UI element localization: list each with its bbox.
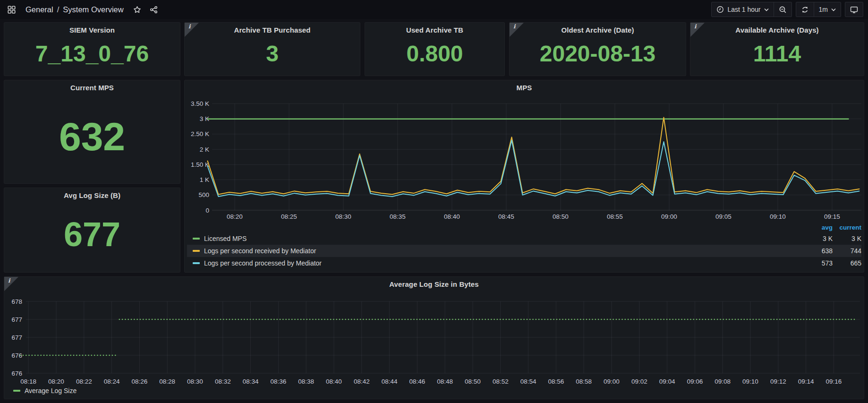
svg-text:09:05: 09:05 <box>715 213 732 220</box>
svg-text:08:50: 08:50 <box>553 213 569 220</box>
panel-avg-log-size: Avg Log Size (B) 677 <box>4 188 180 273</box>
svg-text:09:15: 09:15 <box>824 213 840 220</box>
series-current-value: 665 <box>833 259 861 267</box>
time-controls-group: Last 1 hour <box>711 2 791 17</box>
svg-text:08:20: 08:20 <box>48 378 64 385</box>
panel-title[interactable]: Used Archive TB <box>365 26 504 34</box>
legend-column-current[interactable]: current <box>833 224 861 231</box>
svg-text:08:26: 08:26 <box>132 378 148 385</box>
svg-text:08:30: 08:30 <box>187 378 203 385</box>
svg-text:677: 677 <box>11 334 22 341</box>
svg-text:08:18: 08:18 <box>20 378 36 385</box>
star-icon <box>133 6 141 14</box>
panel-average-log-size-chart: Average Log Size in Bytes 67867767767667… <box>4 276 864 399</box>
legend-column-avg[interactable]: avg <box>800 224 833 231</box>
svg-text:08:35: 08:35 <box>390 213 406 220</box>
stat-value: 1114 <box>690 35 864 73</box>
svg-text:676: 676 <box>11 370 22 377</box>
chevron-down-icon <box>831 8 836 11</box>
svg-text:08:42: 08:42 <box>354 378 370 385</box>
panel-oldest-archive-date: Oldest Archive (Date) 2020-08-13 <box>509 22 686 76</box>
svg-text:09:08: 09:08 <box>715 378 731 385</box>
breadcrumb-folder[interactable]: General <box>26 5 53 14</box>
refresh-button[interactable] <box>796 2 814 17</box>
refresh-icon <box>801 6 809 14</box>
topbar-left: General / System Overview <box>5 4 161 16</box>
series-label[interactable]: Average Log Size <box>25 387 77 394</box>
svg-text:3.50 K: 3.50 K <box>191 100 209 107</box>
series-line <box>208 140 859 197</box>
avg-log-legend[interactable]: Average Log Size <box>13 387 77 394</box>
svg-text:08:44: 08:44 <box>382 378 398 385</box>
grid-icon <box>8 6 16 14</box>
tv-mode-button[interactable] <box>845 2 863 17</box>
svg-text:678: 678 <box>11 298 22 305</box>
stat-value: 677 <box>4 202 180 266</box>
svg-text:09:00: 09:00 <box>604 378 620 385</box>
svg-text:09:14: 09:14 <box>798 378 814 385</box>
panel-title[interactable]: SIEM Version <box>4 26 180 34</box>
legend-row-logs-received[interactable]: Logs per second received by Mediator 638… <box>187 245 861 257</box>
mps-legend: avg current Licensed MPS 3 K 3 K Logs pe… <box>187 222 861 269</box>
svg-text:09:04: 09:04 <box>659 378 675 385</box>
tv-mode-icon <box>850 6 858 14</box>
panel-siem-version: SIEM Version 7_13_0_76 <box>4 22 180 76</box>
clock-icon <box>716 6 724 13</box>
avg-log-chart-canvas[interactable]: 67867767767667608:1808:2008:2208:2408:26… <box>4 277 864 388</box>
svg-text:09:00: 09:00 <box>661 213 677 220</box>
svg-text:2 K: 2 K <box>200 146 209 153</box>
svg-text:08:32: 08:32 <box>215 378 231 385</box>
panel-title[interactable]: Avg Log Size (B) <box>4 191 180 199</box>
refresh-interval-label: 1m <box>819 6 828 13</box>
svg-text:09:06: 09:06 <box>687 378 703 385</box>
series-color-swatch <box>193 238 200 240</box>
svg-text:677: 677 <box>11 316 22 323</box>
svg-text:1.50 K: 1.50 K <box>191 161 209 168</box>
share-button[interactable] <box>147 4 161 16</box>
panel-title[interactable]: Current MPS <box>4 84 180 92</box>
svg-text:08:40: 08:40 <box>444 213 460 220</box>
stat-value: 0.800 <box>365 35 504 73</box>
star-button[interactable] <box>130 4 144 16</box>
zoom-out-icon <box>779 6 787 14</box>
series-current-value: 3 K <box>833 235 861 242</box>
time-range-label: Last 1 hour <box>727 6 760 13</box>
panel-title[interactable]: MPS <box>185 84 864 92</box>
svg-text:08:45: 08:45 <box>498 213 514 220</box>
panel-mps-chart: MPS 05001 K1.50 K2 K2.50 K3 K3.50 K08:20… <box>184 80 864 273</box>
svg-text:08:54: 08:54 <box>520 378 536 385</box>
panel-title[interactable]: Average Log Size in Bytes <box>4 280 864 288</box>
svg-text:08:52: 08:52 <box>493 378 509 385</box>
legend-row-licensed-mps[interactable]: Licensed MPS 3 K 3 K <box>187 232 861 245</box>
svg-text:08:36: 08:36 <box>271 378 287 385</box>
series-label[interactable]: Logs per second processed by Mediator <box>204 259 800 267</box>
zoom-out-button[interactable] <box>774 2 791 17</box>
svg-text:08:50: 08:50 <box>465 378 481 385</box>
panel-title[interactable]: Available Archive (Days) <box>690 26 864 34</box>
svg-text:08:30: 08:30 <box>335 213 351 220</box>
svg-text:08:20: 08:20 <box>227 213 243 220</box>
breadcrumb: General / System Overview <box>26 5 124 14</box>
x-axis: 08:2008:2508:3008:3508:4008:4508:5008:55… <box>227 103 840 220</box>
mps-chart-canvas[interactable]: 05001 K1.50 K2 K2.50 K3 K3.50 K08:2008:2… <box>185 80 865 222</box>
chevron-down-icon <box>764 8 769 11</box>
y-axis: 05001 K1.50 K2 K2.50 K3 K3.50 K <box>191 100 861 214</box>
svg-text:08:28: 08:28 <box>159 378 175 385</box>
breadcrumb-dashboard-title: System Overview <box>63 5 123 14</box>
svg-text:0: 0 <box>205 207 209 214</box>
panel-title[interactable]: Archive TB Purchased <box>185 26 360 34</box>
svg-text:08:38: 08:38 <box>298 378 314 385</box>
refresh-interval-picker[interactable]: 1m <box>814 2 841 17</box>
series-color-swatch <box>193 262 200 264</box>
svg-text:08:48: 08:48 <box>437 378 453 385</box>
series-label[interactable]: Logs per second received by Mediator <box>204 247 800 255</box>
svg-text:08:58: 08:58 <box>576 378 592 385</box>
series-label[interactable]: Licensed MPS <box>204 235 800 242</box>
time-range-picker[interactable]: Last 1 hour <box>712 2 773 17</box>
legend-row-logs-processed[interactable]: Logs per second processed by Mediator 57… <box>187 257 861 269</box>
svg-text:500: 500 <box>198 191 209 198</box>
dashboard-grid-button[interactable] <box>5 4 18 16</box>
panel-title[interactable]: Oldest Archive (Date) <box>510 26 686 34</box>
svg-text:08:34: 08:34 <box>243 378 259 385</box>
series-avg-value: 3 K <box>800 235 833 242</box>
